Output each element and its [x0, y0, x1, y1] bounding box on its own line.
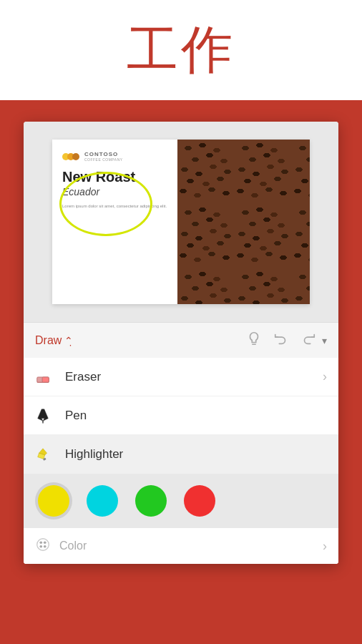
main-panel: CONTOSO COFFEE COMPANY New Roast Ecuador… — [24, 122, 338, 564]
color-swatch-green[interactable] — [132, 482, 170, 519]
eraser-label: Eraser — [65, 370, 323, 384]
svg-point-11 — [44, 541, 47, 544]
svg-point-13 — [44, 545, 47, 547]
draw-label: Draw — [35, 334, 62, 347]
swatch-green-inner — [135, 485, 167, 517]
eraser-icon — [35, 369, 57, 385]
slide-inner: CONTOSO COFFEE COMPANY New Roast Ecuador… — [52, 140, 310, 304]
svg-point-10 — [39, 541, 42, 544]
slide-right-photo — [177, 140, 310, 304]
svg-point-9 — [37, 538, 49, 550]
coffee-beans-background — [177, 140, 310, 304]
color-swatch-yellow[interactable] — [35, 482, 72, 519]
toolbar-dropdown-icon[interactable]: ▾ — [322, 335, 327, 346]
color-chevron-icon: › — [323, 539, 327, 554]
color-option-item[interactable]: Color › — [24, 528, 338, 564]
swatch-cyan-inner — [87, 485, 118, 517]
color-swatch-red[interactable] — [181, 482, 218, 519]
undo-icon[interactable] — [273, 331, 289, 350]
top-section: 工作 — [0, 0, 362, 100]
color-swatches-row — [24, 474, 338, 528]
redo-icon[interactable] — [300, 331, 316, 350]
pen-label: Pen — [65, 409, 327, 423]
highlighter-label: Highlighter — [65, 447, 327, 462]
tool-list: Eraser › Pen — [24, 358, 338, 564]
color-swatch-cyan[interactable] — [84, 482, 121, 519]
contoso-logo: CONTOSO COFFEE COMPANY — [62, 151, 167, 162]
draw-chevron-icon: ⌃̣ — [64, 335, 73, 346]
highlighter-icon — [35, 447, 57, 462]
pen-tool-item[interactable]: Pen — [24, 396, 338, 435]
svg-point-12 — [39, 545, 42, 547]
red-section: CONTOSO COFFEE COMPANY New Roast Ecuador… — [0, 100, 362, 644]
color-palette-icon — [35, 537, 51, 556]
swatch-yellow-inner — [38, 485, 69, 517]
toolbar: Draw ⌃̣ — [24, 322, 338, 358]
slide-left: CONTOSO COFFEE COMPANY New Roast Ecuador… — [52, 140, 177, 304]
swatch-red-inner — [184, 485, 215, 517]
logo-circles — [62, 153, 77, 160]
lightbulb-icon[interactable] — [246, 331, 262, 350]
pen-icon — [35, 408, 57, 424]
logo-circle-brown — [72, 153, 79, 160]
page-title: 工作 — [127, 16, 235, 84]
draw-button[interactable]: Draw ⌃̣ — [35, 334, 73, 347]
company-sub: COFFEE COMPANY — [84, 157, 123, 162]
highlight-circle — [59, 172, 152, 236]
slide-preview: CONTOSO COFFEE COMPANY New Roast Ecuador… — [24, 122, 338, 322]
eraser-tool-item[interactable]: Eraser › — [24, 358, 338, 396]
svg-rect-1 — [42, 377, 49, 382]
eraser-chevron-icon: › — [323, 369, 327, 384]
color-label: Color — [59, 540, 323, 552]
company-name: CONTOSO — [84, 151, 123, 157]
highlighter-tool-item[interactable]: Highlighter — [24, 435, 338, 474]
